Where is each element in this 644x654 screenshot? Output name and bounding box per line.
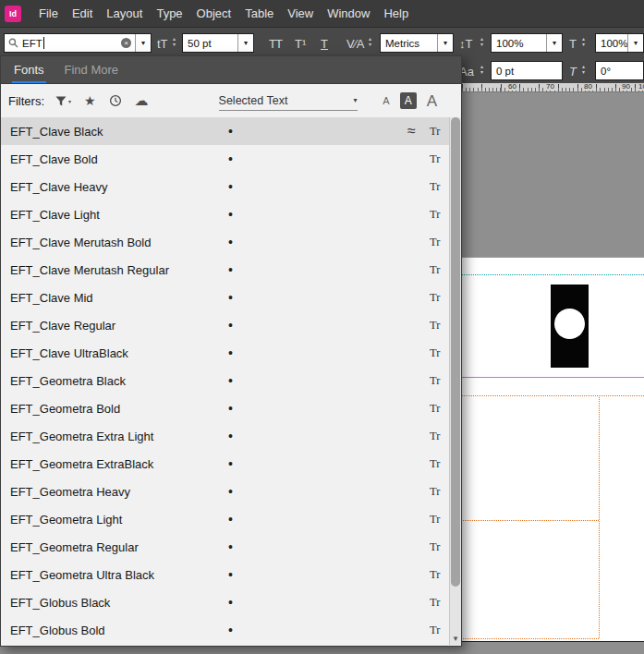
font-name: EFT_Globus Bold <box>10 624 105 637</box>
font-list-item[interactable]: EFT_Geometra Light • Tr <box>1 505 461 533</box>
font-list-item[interactable]: EFT_Clave Mid • Tr <box>1 284 461 311</box>
font-list-item[interactable]: EFT_Clave Black • ≈ Tr <box>1 117 461 145</box>
activated-fonts-cloud-icon[interactable]: ☁ <box>135 92 149 109</box>
preview-size-buttons: A A A <box>383 92 437 109</box>
font-list-item[interactable]: EFT_Geometra Black • Tr <box>1 367 461 394</box>
skew-icon: T <box>569 66 577 78</box>
scroll-down-icon[interactable]: ▾ <box>450 634 461 644</box>
font-type-icon: Tr <box>430 152 440 166</box>
font-name: EFT_Geometra Black <box>10 374 126 388</box>
kerning-icon: V⁄A <box>346 38 365 50</box>
preview-size-medium-button[interactable]: A <box>400 92 417 109</box>
font-list-item[interactable]: EFT_Geometra Bold • Tr <box>1 394 461 422</box>
scrollbar[interactable]: ▾ <box>449 117 461 645</box>
scrollbar-thumb[interactable] <box>451 117 460 587</box>
menu-type[interactable]: Type <box>155 5 183 22</box>
font-preview-sample: • <box>228 290 233 305</box>
font-list-item[interactable]: EFT_Geometra Ultra Black • Tr <box>1 561 461 588</box>
font-name: EFT_Clave Black <box>10 125 103 139</box>
chevron-down-icon: ▾ <box>553 40 556 47</box>
white-ellipse[interactable] <box>554 309 585 339</box>
kerning-combo[interactable]: Metrics ▾ <box>380 33 454 53</box>
recent-fonts-clock-icon[interactable] <box>109 94 122 107</box>
font-size-combo[interactable]: 50 pt ▾ <box>182 33 254 53</box>
filter-funnel-icon[interactable]: ▾ <box>55 96 71 106</box>
margin-guide-vertical[interactable] <box>599 395 600 638</box>
vertical-scale-value: 100% <box>492 38 546 49</box>
font-list-item[interactable]: EFT_Globus Bold • Tr <box>1 616 461 644</box>
font-name: EFT_Globus Black <box>10 596 110 610</box>
menu-edit[interactable]: Edit <box>71 5 93 22</box>
kerning-dropdown-button[interactable]: ▾ <box>437 34 453 52</box>
horizontal-scale-combo[interactable]: 100% ▾ <box>595 33 644 53</box>
font-list-item[interactable]: EFT_Geometra ExtraBlack • Tr <box>1 450 461 478</box>
skew-stepper[interactable]: ▴▾ <box>582 64 585 75</box>
font-size-dropdown-button[interactable]: ▾ <box>237 34 253 52</box>
baseline-shift-stepper[interactable]: ▴▾ <box>480 64 483 75</box>
font-name: EFT_Clave Heavy <box>10 180 107 194</box>
vertical-scale-dropdown-button[interactable]: ▾ <box>546 34 562 52</box>
font-size-stepper[interactable]: ▴▾ <box>173 36 176 47</box>
menu-window[interactable]: Window <box>326 5 371 22</box>
preview-size-small-button[interactable]: A <box>383 96 389 106</box>
tab-fonts[interactable]: Fonts <box>12 56 46 83</box>
black-rectangle-frame[interactable] <box>551 285 589 368</box>
font-list-item[interactable]: EFT_Clave Light • Tr <box>1 200 461 228</box>
horizontal-scale-stepper[interactable]: ▴▾ <box>582 36 585 47</box>
font-list-item[interactable]: EFT_Clave Bold • Tr <box>1 145 461 173</box>
font-name: EFT_Clave Merutash Bold <box>10 236 151 249</box>
ruler-number: 10 <box>638 82 644 91</box>
font-list-item[interactable]: EFT_Clave Heavy • Tr <box>1 173 461 200</box>
font-search-field[interactable]: EFT × ▾ <box>4 33 152 53</box>
similar-fonts-icon[interactable]: ≈ <box>407 123 416 139</box>
font-dropdown-button[interactable]: ▾ <box>135 34 151 52</box>
font-list-item[interactable]: EFT_Clave Regular • Tr <box>1 311 461 339</box>
font-type-icon: Tr <box>430 263 440 277</box>
font-name: EFT_Geometra Bold <box>10 402 120 416</box>
filter-row: Filters: ▾ ★ ☁ Selected Text ▾ <box>1 84 461 117</box>
font-list-item[interactable]: EFT_Geometra Extra Light • Tr <box>1 422 461 450</box>
app-logo-icon: Id <box>5 6 21 22</box>
font-size-value: 50 pt <box>183 38 237 49</box>
superscript-button[interactable]: T¹ <box>295 38 306 50</box>
font-panel-body: Filters: ▾ ★ ☁ Selected Text ▾ <box>1 84 461 645</box>
font-list-item[interactable]: EFT_Geometra Regular • Tr <box>1 533 461 561</box>
all-caps-button[interactable]: TT <box>269 38 282 50</box>
clear-search-icon[interactable]: × <box>121 38 131 48</box>
horizontal-scale-dropdown-button[interactable]: ▾ <box>627 34 643 52</box>
font-picker-dropdown: Fonts Find More Filters: ▾ ★ ☁ <box>0 55 462 647</box>
skew-field[interactable]: 0° <box>595 61 644 80</box>
kerning-stepper[interactable]: ▴▾ <box>369 36 371 47</box>
font-list-item[interactable]: EFT_Clave UltraBlack • Tr <box>1 339 461 367</box>
font-list-item[interactable]: EFT_Clave Merutash Regular • Tr <box>1 256 461 284</box>
search-icon <box>8 38 18 48</box>
font-preview-sample: • <box>228 318 233 333</box>
underline-button[interactable]: T <box>321 38 328 50</box>
font-name: EFT_Clave Merutash Regular <box>10 263 169 277</box>
menu-object[interactable]: Object <box>196 5 233 22</box>
font-type-icon: Tr <box>430 596 440 610</box>
vertical-scale-stepper[interactable]: ▴▾ <box>480 36 483 47</box>
preview-size-large-button[interactable]: A <box>427 93 437 109</box>
font-type-icon: Tr <box>430 125 440 139</box>
menu-help[interactable]: Help <box>383 5 409 22</box>
favorites-star-icon[interactable]: ★ <box>84 93 96 108</box>
font-preview-sample: • <box>228 567 233 582</box>
preview-scope-dropdown[interactable]: Selected Text ▾ <box>219 91 358 111</box>
ruler-number: 80 <box>583 82 593 91</box>
font-list-item[interactable]: EFT_Clave Merutash Bold • Tr <box>1 228 461 256</box>
font-name: EFT_Geometra Regular <box>10 540 139 554</box>
font-name: EFT_Geometra Light <box>10 513 122 527</box>
menu-view[interactable]: View <box>286 5 314 22</box>
menu-layout[interactable]: Layout <box>105 5 143 22</box>
font-list-item[interactable]: EFT_Geometra Heavy • Tr <box>1 478 461 505</box>
tab-find-more[interactable]: Find More <box>63 56 121 83</box>
baseline-shift-field[interactable]: 0 pt <box>491 61 563 80</box>
font-preview-sample: • <box>228 262 233 277</box>
menu-table[interactable]: Table <box>244 5 274 22</box>
font-name: EFT_Geometra Ultra Black <box>10 568 154 582</box>
font-list-item[interactable]: EFT_Globus Black • Tr <box>1 588 461 616</box>
menu-file[interactable]: File <box>38 5 59 22</box>
font-preview-sample: • <box>228 595 233 610</box>
vertical-scale-combo[interactable]: 100% ▾ <box>491 33 563 53</box>
